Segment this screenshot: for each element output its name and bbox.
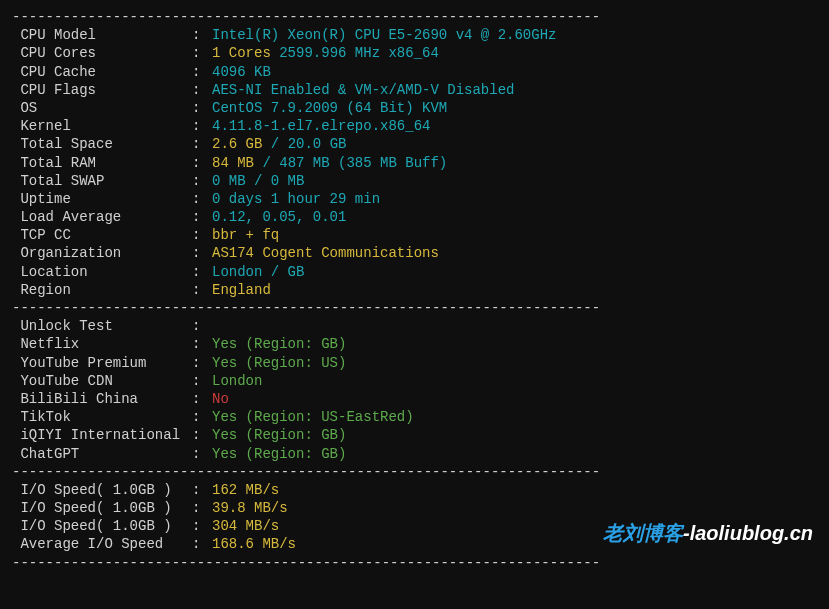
- row-value: Yes (Region: GB): [212, 426, 346, 444]
- colon: :: [192, 226, 212, 244]
- sysinfo-row: OS: CentOS 7.9.2009 (64 Bit) KVM: [12, 99, 817, 117]
- sysinfo-row: Kernel: 4.11.8-1.el7.elrepo.x86_64: [12, 117, 817, 135]
- row-value: London / GB: [212, 263, 304, 281]
- sysinfo-row: Organization: AS174 Cogent Communication…: [12, 244, 817, 262]
- sysinfo-row: CPU Cores: 1 Cores 2599.996 MHz x86_64: [12, 44, 817, 62]
- colon: :: [192, 263, 212, 281]
- unlock-row: YouTube Premium: Yes (Region: US): [12, 354, 817, 372]
- colon: :: [192, 372, 212, 390]
- divider: ----------------------------------------…: [12, 554, 817, 572]
- sysinfo-row: TCP CC: bbr + fq: [12, 226, 817, 244]
- row-label: ChatGPT: [12, 445, 192, 463]
- row-label: Uptime: [12, 190, 192, 208]
- row-label: Load Average: [12, 208, 192, 226]
- colon: :: [192, 281, 212, 299]
- row-value: 162 MB/s: [212, 481, 279, 499]
- row-label: iQIYI International: [12, 426, 192, 444]
- row-label: Kernel: [12, 117, 192, 135]
- unlock-row: ChatGPT: Yes (Region: GB): [12, 445, 817, 463]
- unlock-row: TikTok: Yes (Region: US-EastRed): [12, 408, 817, 426]
- io-row: I/O Speed( 1.0GB ): 162 MB/s: [12, 481, 817, 499]
- row-label: CPU Cores: [12, 44, 192, 62]
- colon: :: [192, 190, 212, 208]
- sysinfo-row: Region: England: [12, 281, 817, 299]
- colon: :: [192, 445, 212, 463]
- row-label: CPU Flags: [12, 81, 192, 99]
- sysinfo-row: Uptime: 0 days 1 hour 29 min: [12, 190, 817, 208]
- divider: ----------------------------------------…: [12, 463, 817, 481]
- sysinfo-row: CPU Cache: 4096 KB: [12, 63, 817, 81]
- sysinfo-row: Load Average: 0.12, 0.05, 0.01: [12, 208, 817, 226]
- row-value: Yes (Region: US-EastRed): [212, 408, 414, 426]
- terminal-output: ----------------------------------------…: [12, 8, 817, 572]
- unlock-row: Netflix: Yes (Region: GB): [12, 335, 817, 353]
- row-label: CPU Cache: [12, 63, 192, 81]
- row-label: I/O Speed( 1.0GB ): [12, 517, 192, 535]
- sysinfo-row: CPU Flags: AES-NI Enabled & VM-x/AMD-V D…: [12, 81, 817, 99]
- sysinfo-row: CPU Model: Intel(R) Xeon(R) CPU E5-2690 …: [12, 26, 817, 44]
- colon: :: [192, 99, 212, 117]
- colon: :: [192, 481, 212, 499]
- colon: :: [192, 26, 212, 44]
- unlock-row: BiliBili China: No: [12, 390, 817, 408]
- colon: :: [192, 517, 212, 535]
- row-value: bbr + fq: [212, 226, 279, 244]
- io-row: Average I/O Speed: 168.6 MB/s: [12, 535, 817, 553]
- row-label: YouTube CDN: [12, 372, 192, 390]
- colon: :: [192, 499, 212, 517]
- row-label: Netflix: [12, 335, 192, 353]
- colon: :: [192, 154, 212, 172]
- io-row: I/O Speed( 1.0GB ): 304 MB/s: [12, 517, 817, 535]
- row-value: 4096 KB: [212, 63, 271, 81]
- colon: :: [192, 208, 212, 226]
- row-label: I/O Speed( 1.0GB ): [12, 481, 192, 499]
- row-label: OS: [12, 99, 192, 117]
- unlock-row: iQIYI International: Yes (Region: GB): [12, 426, 817, 444]
- row-value: 0 days 1 hour 29 min: [212, 190, 380, 208]
- row-value: AS174 Cogent Communications: [212, 244, 439, 262]
- row-value: Yes (Region: US): [212, 354, 346, 372]
- row-label: Total RAM: [12, 154, 192, 172]
- sysinfo-row: Total SWAP: 0 MB / 0 MB: [12, 172, 817, 190]
- row-value: London: [212, 372, 262, 390]
- colon: :: [192, 63, 212, 81]
- row-label: Average I/O Speed: [12, 535, 192, 553]
- row-label: CPU Model: [12, 26, 192, 44]
- divider: ----------------------------------------…: [12, 299, 817, 317]
- row-value: 84 MB / 487 MB (385 MB Buff): [212, 154, 447, 172]
- colon: :: [192, 408, 212, 426]
- row-label: Location: [12, 263, 192, 281]
- colon: :: [192, 117, 212, 135]
- io-row: I/O Speed( 1.0GB ): 39.8 MB/s: [12, 499, 817, 517]
- row-value: 168.6 MB/s: [212, 535, 296, 553]
- colon: :: [192, 535, 212, 553]
- row-label: BiliBili China: [12, 390, 192, 408]
- row-value: AES-NI Enabled & VM-x/AMD-V Disabled: [212, 81, 514, 99]
- row-value: 304 MB/s: [212, 517, 279, 535]
- unlock-test-header: Unlock Test:: [12, 317, 817, 335]
- row-label: Organization: [12, 244, 192, 262]
- colon: :: [192, 426, 212, 444]
- colon: :: [192, 354, 212, 372]
- row-value: 0 MB / 0 MB: [212, 172, 304, 190]
- colon: :: [192, 81, 212, 99]
- row-label: TCP CC: [12, 226, 192, 244]
- colon: :: [192, 335, 212, 353]
- row-value: England: [212, 281, 271, 299]
- sysinfo-row: Total Space: 2.6 GB / 20.0 GB: [12, 135, 817, 153]
- sysinfo-row: Location: London / GB: [12, 263, 817, 281]
- row-label: Unlock Test: [12, 317, 192, 335]
- row-value: No: [212, 390, 229, 408]
- row-label: YouTube Premium: [12, 354, 192, 372]
- colon: :: [192, 390, 212, 408]
- colon: :: [192, 172, 212, 190]
- sysinfo-row: Total RAM: 84 MB / 487 MB (385 MB Buff): [12, 154, 817, 172]
- colon: :: [192, 44, 212, 62]
- colon: :: [192, 135, 212, 153]
- row-value: Intel(R) Xeon(R) CPU E5-2690 v4 @ 2.60GH…: [212, 26, 556, 44]
- row-value: Yes (Region: GB): [212, 335, 346, 353]
- row-value: 1 Cores 2599.996 MHz x86_64: [212, 44, 439, 62]
- row-value: CentOS 7.9.2009 (64 Bit) KVM: [212, 99, 447, 117]
- row-value: 4.11.8-1.el7.elrepo.x86_64: [212, 117, 430, 135]
- row-label: Region: [12, 281, 192, 299]
